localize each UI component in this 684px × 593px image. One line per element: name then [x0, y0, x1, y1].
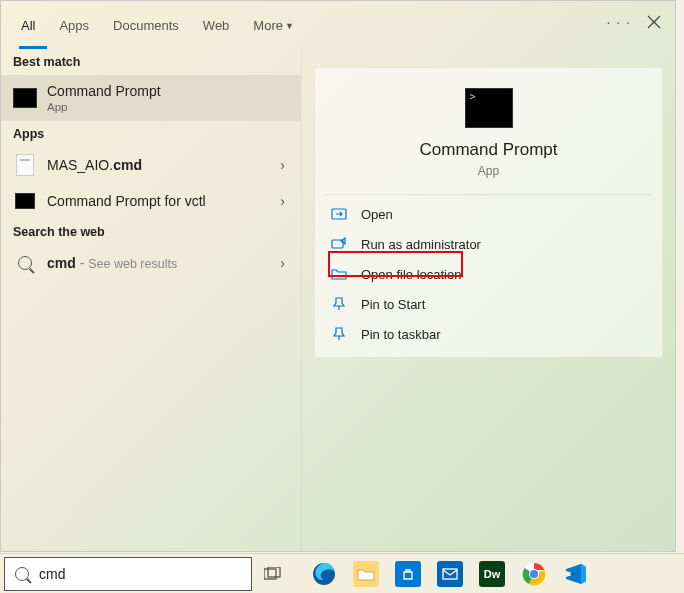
- pin-icon: [329, 296, 349, 312]
- result-subtitle: App: [47, 101, 291, 113]
- preview-pane: Command Prompt App Open Run as administr…: [301, 49, 675, 551]
- folder-icon: [329, 266, 349, 282]
- results-list: Best match Command Prompt App Apps MAS_A…: [1, 49, 301, 551]
- svg-rect-6: [443, 569, 457, 579]
- command-prompt-icon: [11, 189, 39, 213]
- open-icon: [329, 206, 349, 222]
- result-title: Command Prompt for vctl: [47, 193, 280, 209]
- search-results-panel: All Apps Documents Web More▼ · · · Best …: [0, 0, 676, 552]
- best-match-result[interactable]: Command Prompt App: [1, 75, 301, 121]
- app-file-explorer[interactable]: [346, 554, 386, 594]
- action-open[interactable]: Open: [315, 199, 662, 229]
- app-result-mas-aio[interactable]: MAS_AIO.cmd ›: [1, 147, 301, 183]
- preview-subtitle: App: [478, 164, 499, 178]
- search-input[interactable]: [39, 566, 241, 582]
- svg-point-9: [530, 570, 538, 578]
- tab-apps[interactable]: Apps: [47, 4, 101, 47]
- command-prompt-icon: [11, 86, 39, 110]
- divider: [325, 194, 652, 195]
- close-button[interactable]: [643, 11, 665, 33]
- search-icon: [11, 251, 39, 275]
- search-icon: [15, 567, 29, 581]
- result-title: cmd - See web results: [47, 255, 280, 271]
- pinned-apps: Dw: [304, 554, 596, 594]
- more-options-button[interactable]: · · ·: [607, 14, 631, 30]
- section-best-match: Best match: [1, 49, 301, 75]
- taskbar-search-box[interactable]: [4, 557, 252, 591]
- preview-card: Command Prompt App Open Run as administr…: [314, 67, 663, 358]
- shield-icon: [329, 236, 349, 252]
- action-label: Open file location: [361, 267, 461, 282]
- app-mail[interactable]: [430, 554, 470, 594]
- chevron-right-icon: ›: [280, 157, 285, 173]
- tab-web[interactable]: Web: [191, 4, 242, 47]
- tab-all[interactable]: All: [9, 4, 47, 47]
- action-run-as-administrator[interactable]: Run as administrator: [315, 229, 662, 259]
- pin-icon: [329, 326, 349, 342]
- tab-more[interactable]: More▼: [241, 4, 306, 47]
- active-tab-indicator: [19, 46, 47, 49]
- web-result[interactable]: cmd - See web results ›: [1, 245, 301, 281]
- app-edge[interactable]: [304, 554, 344, 594]
- action-pin-to-taskbar[interactable]: Pin to taskbar: [315, 319, 662, 349]
- action-label: Pin to taskbar: [361, 327, 441, 342]
- action-label: Open: [361, 207, 393, 222]
- result-title: Command Prompt: [47, 83, 291, 99]
- tab-bar: All Apps Documents Web More▼ · · ·: [1, 1, 675, 49]
- app-ms-store[interactable]: [388, 554, 428, 594]
- section-search-web: Search the web: [1, 219, 301, 245]
- action-open-file-location[interactable]: Open file location: [315, 259, 662, 289]
- app-vscode[interactable]: [556, 554, 596, 594]
- app-result-vctl[interactable]: Command Prompt for vctl ›: [1, 183, 301, 219]
- action-pin-to-start[interactable]: Pin to Start: [315, 289, 662, 319]
- action-label: Pin to Start: [361, 297, 425, 312]
- app-chrome[interactable]: [514, 554, 554, 594]
- command-prompt-icon: [465, 88, 513, 128]
- chevron-right-icon: ›: [280, 255, 285, 271]
- taskbar: Dw: [0, 553, 684, 593]
- result-title: MAS_AIO.cmd: [47, 157, 280, 173]
- chevron-right-icon: ›: [280, 193, 285, 209]
- app-dreamweaver[interactable]: Dw: [472, 554, 512, 594]
- task-view-button[interactable]: [252, 554, 294, 594]
- preview-title: Command Prompt: [420, 140, 558, 160]
- chevron-down-icon: ▼: [285, 21, 294, 31]
- tab-documents[interactable]: Documents: [101, 4, 191, 47]
- file-icon: [11, 153, 39, 177]
- section-apps: Apps: [1, 121, 301, 147]
- action-label: Run as administrator: [361, 237, 481, 252]
